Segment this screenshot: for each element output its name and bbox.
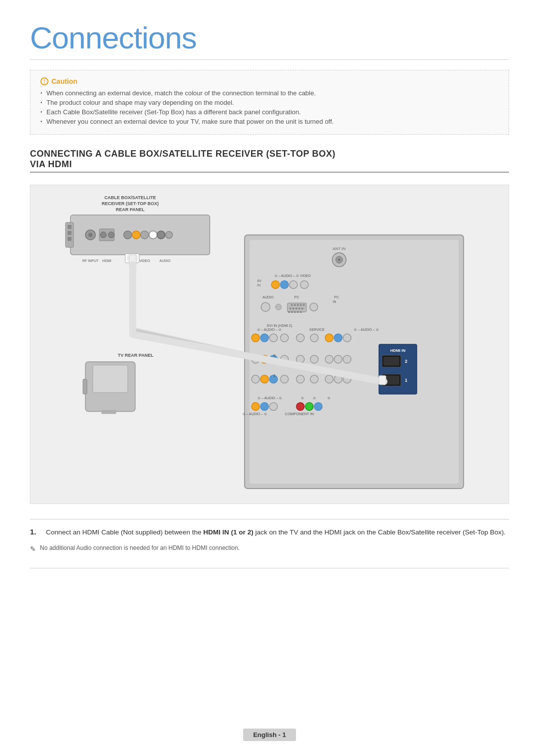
svg-point-113 — [314, 403, 322, 411]
step-1-number: 1. — [30, 527, 40, 537]
svg-point-65 — [288, 311, 290, 313]
svg-rect-122 — [383, 376, 399, 385]
svg-text:⊙: ⊙ — [327, 396, 330, 400]
svg-rect-36 — [250, 240, 459, 484]
svg-point-96 — [270, 375, 277, 383]
svg-point-81 — [325, 334, 333, 342]
svg-point-15 — [141, 231, 149, 239]
svg-point-58 — [300, 304, 302, 306]
note-icon: ✎ — [30, 545, 36, 553]
svg-point-84 — [252, 355, 260, 363]
svg-text:⊙ – AUDIO – ⊙   VIDEO: ⊙ – AUDIO – ⊙ VIDEO — [274, 274, 311, 277]
svg-rect-34 — [83, 379, 87, 394]
bottom-divider — [30, 568, 509, 568]
svg-point-100 — [325, 375, 333, 383]
svg-text:COMPONENT IN: COMPONENT IN — [285, 412, 314, 416]
svg-point-78 — [280, 334, 288, 342]
svg-rect-119 — [383, 357, 399, 366]
svg-point-39 — [336, 256, 343, 263]
svg-point-70 — [310, 303, 318, 311]
svg-point-111 — [296, 403, 304, 411]
svg-point-87 — [280, 355, 288, 363]
connection-diagram: CABLE BOX/SATELLITE RECEIVER (SET-TOP BO… — [30, 185, 509, 504]
svg-text:ANT IN: ANT IN — [333, 247, 346, 251]
svg-point-101 — [334, 375, 342, 383]
svg-text:SERVICE: SERVICE — [309, 328, 325, 331]
section-heading-line2: VIA HDMI — [30, 159, 72, 169]
svg-point-59 — [303, 304, 305, 306]
svg-text:RECEIVER (SET-TOP BOX): RECEIVER (SET-TOP BOX) — [102, 201, 159, 206]
svg-line-29 — [132, 329, 379, 384]
svg-point-11 — [100, 232, 106, 238]
svg-text:HDMI IN: HDMI IN — [390, 348, 406, 353]
svg-rect-127 — [379, 376, 386, 385]
section-heading: CONNECTING A CABLE BOX/SATELLITE RECEIVE… — [30, 149, 509, 170]
svg-point-13 — [124, 231, 132, 239]
svg-text:TV REAR PANEL: TV REAR PANEL — [118, 353, 154, 358]
svg-point-64 — [301, 307, 303, 309]
svg-rect-6 — [67, 231, 71, 235]
svg-point-57 — [297, 304, 299, 306]
svg-text:AV: AV — [257, 279, 262, 282]
svg-rect-24 — [127, 255, 138, 261]
svg-point-68 — [297, 311, 299, 313]
svg-text:⊙ – AUDIO – ⊙: ⊙ – AUDIO – ⊙ — [243, 412, 267, 416]
svg-rect-54 — [287, 303, 306, 312]
svg-rect-7 — [67, 237, 71, 241]
caution-list: When connecting an external device, matc… — [40, 89, 499, 125]
svg-rect-5 — [67, 225, 71, 229]
svg-text:2: 2 — [273, 354, 275, 357]
svg-text:VIDEO: VIDEO — [139, 259, 150, 262]
svg-rect-23 — [125, 254, 139, 263]
svg-point-80 — [310, 334, 318, 342]
caution-item-1: When connecting an external device, matc… — [40, 89, 499, 97]
svg-rect-3 — [70, 215, 210, 255]
svg-text:1: 1 — [273, 374, 275, 377]
svg-point-75 — [252, 334, 260, 342]
svg-point-55 — [291, 304, 293, 306]
svg-text:AUDIO: AUDIO — [263, 295, 274, 299]
svg-point-95 — [261, 375, 269, 383]
svg-text:RF INPUT: RF INPUT — [82, 259, 99, 262]
svg-text:PC: PC — [294, 295, 299, 299]
svg-text:2: 2 — [405, 359, 407, 364]
svg-point-56 — [294, 304, 296, 306]
svg-point-40 — [338, 259, 340, 261]
svg-text:IN: IN — [333, 300, 336, 303]
svg-line-28 — [132, 329, 379, 384]
svg-text:PC: PC — [334, 295, 339, 299]
svg-point-60 — [289, 307, 291, 309]
svg-point-45 — [280, 280, 288, 288]
svg-text:IN: IN — [257, 283, 261, 287]
caution-title: ! Caution — [40, 77, 499, 85]
svg-point-52 — [261, 302, 270, 311]
svg-text:CABLE BOX/SATELLITE: CABLE BOX/SATELLITE — [104, 195, 156, 200]
svg-point-82 — [334, 334, 342, 342]
svg-rect-124 — [129, 255, 136, 265]
svg-text:REAR PANEL: REAR PANEL — [116, 207, 145, 212]
svg-point-112 — [305, 403, 313, 411]
svg-point-102 — [343, 375, 351, 383]
svg-text:⊙ – AUDIO – ⊙: ⊙ – AUDIO – ⊙ — [257, 328, 281, 331]
svg-point-92 — [343, 355, 351, 363]
svg-point-63 — [298, 307, 300, 309]
svg-text:DVI IN (HDMI 2): DVI IN (HDMI 2) — [267, 324, 292, 328]
svg-point-67 — [294, 311, 296, 313]
caution-label: Caution — [51, 77, 77, 85]
svg-rect-118 — [382, 355, 401, 367]
svg-text:⊙ – AUDIO – ⊙: ⊙ – AUDIO – ⊙ — [258, 396, 282, 400]
note-text: No additional Audio connection is needed… — [40, 544, 240, 551]
svg-text:⊙ – AUDIO – ⊙: ⊙ – AUDIO – ⊙ — [354, 328, 378, 331]
svg-point-62 — [295, 307, 297, 309]
svg-point-99 — [310, 375, 318, 383]
svg-point-53 — [275, 304, 281, 310]
svg-point-46 — [289, 280, 297, 288]
svg-point-108 — [252, 403, 260, 411]
svg-rect-33 — [101, 410, 116, 414]
svg-point-47 — [300, 280, 308, 288]
svg-point-110 — [270, 403, 277, 411]
svg-text:1: 1 — [405, 378, 407, 383]
svg-text:1: 1 — [369, 318, 382, 344]
svg-point-9 — [88, 233, 92, 237]
svg-point-77 — [270, 334, 277, 342]
